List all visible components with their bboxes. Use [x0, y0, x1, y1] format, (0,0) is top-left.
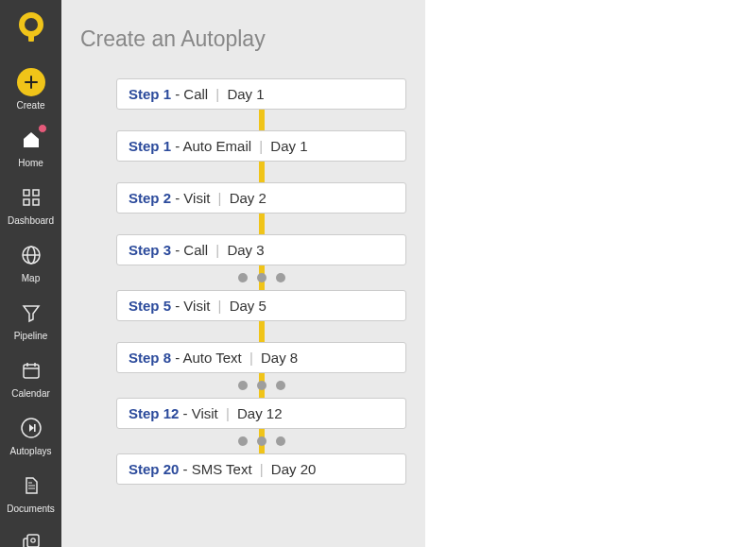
- nav-map[interactable]: Map: [0, 233, 61, 291]
- grid-icon: [17, 183, 45, 212]
- svg-rect-9: [34, 424, 36, 432]
- step-action: - Visit: [179, 405, 222, 421]
- step-number: Step 1: [129, 86, 171, 102]
- svg-rect-2: [33, 190, 39, 196]
- separator: |: [215, 86, 219, 102]
- svg-rect-11: [27, 535, 39, 547]
- ellipsis-dot: [238, 273, 248, 282]
- step-day: Day 2: [226, 190, 266, 206]
- nav-documents[interactable]: Documents: [0, 464, 61, 521]
- ellipsis-dot: [257, 273, 266, 282]
- nav-dashboard[interactable]: Dashboard: [0, 176, 61, 233]
- ellipsis-dot: [276, 381, 285, 390]
- step-day: Day 5: [226, 298, 266, 314]
- nav-label: Autoplays: [10, 446, 52, 456]
- step-number: Step 5: [129, 298, 171, 314]
- step-action: - Auto Text: [171, 350, 246, 366]
- step-action: - Call: [171, 242, 212, 258]
- autoplay-step[interactable]: Step 1 - Auto Email | Day 1: [116, 130, 406, 162]
- autoplay-step[interactable]: Step 20 - SMS Text | Day 20: [116, 453, 406, 485]
- templates-icon: [17, 529, 45, 547]
- separator: |: [218, 190, 222, 206]
- step-action: - Call: [171, 86, 212, 102]
- step-connector: [116, 214, 406, 234]
- ellipsis-dot: [238, 381, 248, 390]
- autoplay-step[interactable]: Step 5 - Visit | Day 5: [116, 290, 406, 321]
- nav-templates[interactable]: Templates: [0, 521, 61, 547]
- nav-home[interactable]: Home: [0, 118, 61, 176]
- calendar-icon: [17, 356, 45, 385]
- step-day: Day 1: [223, 86, 264, 102]
- step-action: - SMS Text: [179, 461, 255, 477]
- autoplay-step[interactable]: Step 1 - Call | Day 1: [116, 78, 406, 110]
- step-action: - Visit: [171, 298, 215, 314]
- step-day: Day 12: [233, 405, 283, 421]
- ellipsis-dot: [257, 381, 266, 390]
- app-logo: [16, 11, 46, 42]
- globe-icon: [17, 241, 45, 269]
- step-number: Step 2: [129, 190, 171, 206]
- nav-label: Calendar: [11, 388, 50, 399]
- step-day: Day 1: [266, 138, 307, 154]
- svg-rect-1: [24, 190, 29, 196]
- step-number: Step 12: [129, 405, 179, 421]
- svg-rect-7: [24, 365, 39, 378]
- nav-label: Home: [18, 158, 43, 168]
- step-day: Day 8: [257, 350, 298, 366]
- step-connector: [116, 110, 406, 130]
- separator: |: [218, 298, 222, 314]
- autoplay-icon: [17, 414, 45, 442]
- autoplay-step[interactable]: Step 8 - Auto Text | Day 8: [116, 342, 406, 373]
- step-ellipsis: [116, 373, 406, 398]
- ellipsis-dot: [276, 273, 285, 282]
- nav-label: Map: [22, 273, 40, 283]
- separator: |: [260, 461, 264, 477]
- step-action: - Visit: [171, 190, 215, 206]
- home-icon: [17, 126, 45, 154]
- autoplay-step[interactable]: Step 12 - Visit | Day 12: [116, 398, 406, 429]
- nav-label: Pipeline: [14, 331, 48, 341]
- step-action: - Auto Email: [171, 138, 255, 154]
- ellipsis-dot: [238, 436, 248, 446]
- nav-pipeline[interactable]: Pipeline: [0, 291, 61, 349]
- document-icon: [17, 471, 45, 500]
- main-panel: Create an Autoplay Step 1 - Call | Day 1…: [61, 0, 425, 547]
- separator: |: [259, 138, 263, 154]
- sidebar: Create Home Dashboard Map Pipeline Calen…: [0, 0, 61, 547]
- step-day: Day 3: [223, 242, 264, 258]
- separator: |: [215, 242, 219, 258]
- step-connector: [116, 321, 406, 342]
- step-number: Step 1: [129, 138, 171, 154]
- page-title: Create an Autoplay: [80, 26, 406, 52]
- autoplay-step[interactable]: Step 2 - Visit | Day 2: [116, 182, 406, 214]
- step-number: Step 20: [129, 461, 179, 477]
- funnel-icon: [17, 299, 45, 327]
- nav-calendar[interactable]: Calendar: [0, 349, 61, 406]
- autoplay-step[interactable]: Step 3 - Call | Day 3: [116, 234, 406, 265]
- svg-rect-4: [33, 199, 39, 205]
- plus-icon: [17, 68, 45, 96]
- step-number: Step 3: [129, 242, 171, 258]
- ellipsis-dot: [257, 436, 266, 446]
- nav-label: Create: [16, 100, 44, 111]
- nav-autoplays[interactable]: Autoplays: [0, 406, 61, 464]
- step-ellipsis: [116, 265, 406, 290]
- notification-badge: [38, 124, 47, 133]
- separator: |: [249, 350, 253, 366]
- step-connector: [116, 162, 406, 182]
- step-ellipsis: [116, 429, 406, 453]
- nav-label: Dashboard: [8, 215, 54, 226]
- step-list: Step 1 - Call | Day 1Step 1 - Auto Email…: [80, 78, 406, 485]
- step-day: Day 20: [267, 461, 317, 477]
- svg-rect-3: [24, 199, 29, 205]
- ellipsis-dot: [276, 436, 285, 446]
- step-number: Step 8: [129, 350, 171, 366]
- separator: |: [226, 405, 230, 421]
- nav-label: Documents: [7, 504, 55, 514]
- nav-create[interactable]: Create: [0, 60, 61, 118]
